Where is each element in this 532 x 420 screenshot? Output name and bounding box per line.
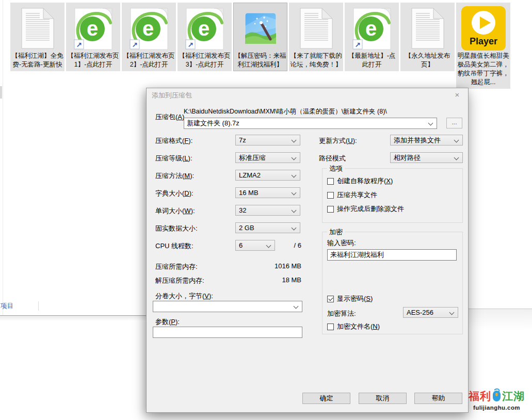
memory-compress-value: 1016 MB — [245, 262, 301, 270]
update-mode-combobox[interactable]: 添加并替换文件 — [390, 135, 463, 146]
chevron-down-icon[interactable] — [454, 138, 459, 143]
shared-files-checkbox-row[interactable]: 压缩共享文件 — [327, 190, 377, 200]
encryption-method-label: 加密算法: — [327, 309, 356, 318]
show-password-checkbox[interactable] — [327, 296, 334, 302]
path-mode-combobox[interactable]: 相对路径 — [390, 152, 463, 163]
chevron-down-icon[interactable] — [292, 190, 297, 196]
browser-shortcut-icon: e ↗ — [67, 5, 119, 52]
chevron-down-icon[interactable] — [292, 173, 297, 178]
file-icon-label: 【福利江湖】全免费-无套路-更新快 — [11, 52, 63, 69]
file-icon-forum-free[interactable]: 【来了就能下载的论坛，纯免费！】 — [289, 3, 343, 71]
file-icon-publish-page-2[interactable]: e ↗ 【福利江湖发布页2】-点此打开 — [122, 3, 176, 71]
chevron-down-icon[interactable] — [292, 225, 297, 231]
file-icon-publish-page-3[interactable]: e ↗ 【福利江湖发布页3】-点此打开 — [178, 3, 232, 71]
explorer-bottom-shadow-right — [469, 309, 532, 330]
level-combobox[interactable]: 标准压缩 — [235, 152, 300, 163]
file-icon-latest-address[interactable]: e ↗ 【最新地址】-点此打开 — [345, 3, 399, 71]
browser-shortcut-icon: e ↗ — [346, 5, 398, 52]
watermark-text-right: 江湖 — [502, 389, 525, 403]
cpu-threads-max: / 6 — [276, 241, 301, 249]
chevron-down-icon[interactable] — [292, 138, 297, 143]
scrollbar-thumb[interactable] — [0, 86, 2, 99]
chevron-down-icon[interactable] — [449, 310, 455, 315]
show-password-label: 显示密码(S) — [337, 294, 373, 303]
create-sfx-checkbox[interactable] — [327, 178, 334, 185]
chevron-down-icon[interactable] — [266, 243, 271, 248]
encryption-group: 加密 输入密码: 来福利江湖找福利 显示密码(S) 加密算法: AES-256 … — [322, 232, 463, 334]
password-input[interactable]: 来福利江湖找福利 — [327, 249, 457, 261]
ok-button[interactable]: 确定 — [302, 393, 350, 404]
chevron-down-icon[interactable] — [292, 155, 297, 160]
cancel-button[interactable]: 取消 — [359, 393, 407, 404]
chevron-down-icon[interactable] — [454, 155, 459, 160]
path-mode-label: 路径模式 — [319, 154, 346, 163]
cpu-threads-label: CPU 线程数: — [155, 241, 194, 251]
text-file-icon — [401, 5, 454, 52]
encryption-method-combobox[interactable]: AES-256 — [403, 307, 458, 318]
parameters-input[interactable] — [153, 327, 302, 338]
file-icon-publish-page-1[interactable]: e ↗ 【福利江湖发布页1】-点此打开 — [66, 3, 120, 71]
solid-block-combobox[interactable]: 2 GB — [235, 222, 300, 233]
file-icon-label: 【最新地址】-点此打开 — [346, 52, 398, 69]
dictionary-combobox[interactable]: 16 MB — [235, 187, 300, 198]
file-icon-video[interactable]: Player 明星颜值长相甜美极品美女第二弹，豹纹吊带丁字裤，翘起屁... — [456, 3, 510, 89]
archive-name-combobox[interactable]: 新建文件夹 (8).7z — [184, 118, 437, 129]
player-icon-text: Player — [469, 36, 497, 46]
dictionary-label: 字典大小(D): — [155, 189, 194, 198]
file-icon-row: 【福利江湖】全免费-无套路-更新快 e ↗ 【福利江湖发布页1】-点此打开 — [10, 3, 510, 89]
volume-size-combobox[interactable] — [153, 301, 302, 312]
archive-path: K:\BaiduNetdiskDownload\MXM\喵小萌（温柔的蛋蛋）\新… — [184, 107, 387, 116]
encrypt-names-label: 加密文件名(N) — [337, 322, 380, 331]
file-icon-password-image[interactable]: 【解压密码：来福利江湖找福利】 — [233, 3, 287, 71]
delete-after-checkbox[interactable] — [327, 206, 334, 213]
file-icon-label: 【福利江湖发布页2】-点此打开 — [123, 52, 175, 69]
method-combobox[interactable]: LZMA2 — [235, 170, 300, 181]
file-icon-permanent-address[interactable]: 【永久地址发布页】 — [400, 3, 455, 71]
method-label: 压缩方法(M): — [155, 171, 194, 181]
create-sfx-checkbox-row[interactable]: 创建自释放程序(X) — [327, 176, 393, 186]
word-size-combobox[interactable]: 32 — [235, 205, 300, 216]
options-group: 选项 创建自释放程序(X) 压缩共享文件 操作完成后删除源文件 — [322, 168, 463, 223]
shared-files-checkbox[interactable] — [327, 192, 334, 199]
photo-file-icon — [234, 5, 286, 52]
chevron-down-icon[interactable] — [428, 121, 433, 126]
file-icon-label: 明星颜值长相甜美极品美女第二弹，豹纹吊带丁字裤，翘起屁... — [457, 52, 509, 87]
delete-after-checkbox-row[interactable]: 操作完成后删除源文件 — [327, 204, 404, 214]
close-icon[interactable]: × — [446, 88, 468, 103]
volume-size-label: 分卷大小，字节(V): — [155, 292, 213, 301]
show-password-checkbox-row[interactable]: 显示密码(S) — [327, 294, 373, 303]
svg-text:e: e — [365, 17, 376, 40]
statusbar-divider — [38, 301, 39, 311]
file-icon-label: 【永久地址发布页】 — [401, 52, 454, 69]
format-label: 压缩格式(F): — [155, 136, 192, 146]
text-file-icon — [290, 5, 342, 52]
svg-text:e: e — [198, 17, 209, 40]
text-file-icon — [11, 5, 63, 52]
browse-button[interactable]: ... — [446, 118, 462, 128]
explorer-bottom-shadow-left — [0, 316, 146, 321]
screen: 项目 【福利江湖】全免费-无套路-更新快 e — [0, 0, 532, 420]
archive-name-value: 新建文件夹 (8).7z — [187, 119, 239, 127]
encrypt-names-checkbox-row[interactable]: 加密文件名(N) — [327, 322, 380, 331]
solid-block-label: 固实数据大小: — [155, 224, 198, 233]
archive-label: 压缩包(A) — [155, 112, 184, 122]
file-icon-label: 【解压密码：来福利江湖找福利】 — [234, 52, 286, 69]
watermark-domain: fulijianghu.com — [469, 405, 525, 411]
svg-text:↗: ↗ — [187, 41, 194, 49]
file-icon-label: 【福利江湖发布页1】-点此打开 — [67, 52, 119, 69]
memory-compress-label: 压缩所需内存: — [155, 262, 198, 271]
format-combobox[interactable]: 7z — [235, 135, 300, 146]
memory-decompress-label: 解压缩所需内存: — [155, 276, 204, 285]
chevron-down-icon[interactable] — [294, 304, 299, 309]
encrypt-names-checkbox[interactable] — [327, 324, 334, 330]
update-mode-label: 更新方式(U): — [319, 136, 357, 146]
chevron-down-icon[interactable] — [292, 208, 297, 213]
file-icon-fulijianghu-free[interactable]: 【福利江湖】全免费-无套路-更新快 — [10, 3, 65, 71]
site-watermark: 福利 江湖 fulijianghu.com — [469, 388, 525, 411]
file-icon-label: 【福利江湖发布页3】-点此打开 — [179, 52, 231, 69]
cpu-threads-combobox[interactable]: 6 — [235, 240, 275, 251]
dialog-titlebar[interactable]: 添加到压缩包 × — [147, 88, 468, 103]
password-label: 输入密码: — [327, 238, 356, 248]
svg-text:e: e — [86, 17, 98, 40]
help-button[interactable]: 帮助 — [414, 393, 462, 404]
